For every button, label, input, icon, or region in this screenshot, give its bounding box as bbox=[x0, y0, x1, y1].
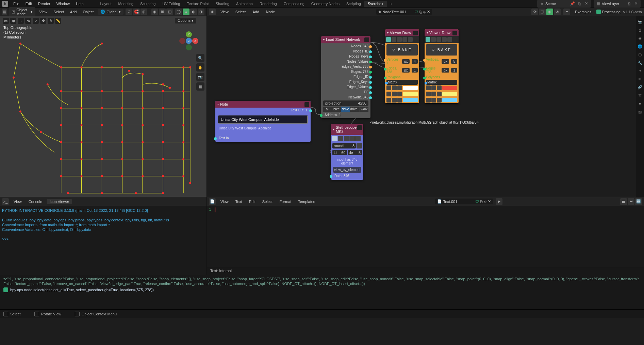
collapse-icon[interactable]: ▾ bbox=[217, 103, 219, 106]
gear-icon[interactable] bbox=[413, 31, 418, 35]
wordwrap-icon[interactable]: ↩ bbox=[628, 198, 634, 205]
ne-menu-select[interactable]: Select bbox=[233, 9, 248, 15]
icon[interactable] bbox=[386, 92, 391, 96]
polygons-socket[interactable]: Polygons bbox=[385, 75, 419, 80]
update-icon[interactable]: ⟳ bbox=[531, 9, 538, 15]
viewport-options-dropdown[interactable]: Options ▾ bbox=[175, 18, 196, 23]
mute-icon[interactable] bbox=[304, 102, 309, 107]
new-text-icon[interactable]: ⎘ bbox=[480, 200, 483, 204]
axis-neg-x-icon[interactable] bbox=[179, 38, 185, 44]
prop-tab-texture-icon[interactable]: ▨ bbox=[637, 108, 643, 115]
icon[interactable] bbox=[392, 98, 397, 103]
shield-icon[interactable]: 🛡 bbox=[414, 10, 418, 14]
shade-icon[interactable] bbox=[442, 37, 447, 42]
perspective-icon[interactable]: ▦ bbox=[196, 82, 204, 91]
load-output-socket[interactable]: Edges_Verts. 738 bbox=[321, 64, 370, 69]
mute-icon[interactable] bbox=[357, 125, 362, 130]
cursor-tool-icon[interactable]: ⊕ bbox=[10, 18, 16, 24]
de-field[interactable]: de5 bbox=[348, 150, 362, 155]
viewlayer-selector[interactable]: ▦ ⎘ ✕ bbox=[594, 0, 641, 7]
random-icon[interactable] bbox=[408, 37, 413, 42]
move-tool-icon[interactable]: ↔ bbox=[18, 18, 24, 24]
prop-tab-world-icon[interactable]: 🌐 bbox=[637, 43, 643, 50]
mode-button[interactable] bbox=[338, 136, 343, 141]
color-swatch[interactable] bbox=[403, 86, 418, 90]
delete-nodetree-icon[interactable]: ✕ bbox=[427, 10, 430, 14]
collapse-icon[interactable]: ▾ bbox=[323, 38, 325, 41]
workspace-tab[interactable]: Texture Paint bbox=[183, 1, 212, 7]
editor-type-icon[interactable]: >_ bbox=[2, 198, 9, 205]
editor-type-icon[interactable]: ◆ bbox=[209, 9, 216, 15]
rendered-shading-icon[interactable]: ◑ bbox=[198, 9, 204, 15]
menu-render[interactable]: Render bbox=[35, 2, 53, 6]
icon[interactable] bbox=[397, 85, 402, 90]
collapse-icon[interactable]: ▾ bbox=[427, 31, 428, 34]
orientation-dropdown[interactable]: 🌐 Global ▾ bbox=[98, 9, 123, 15]
workspace-tab[interactable]: UV Editing bbox=[159, 1, 183, 7]
edges-socket[interactable]: Edges. 738px1 bbox=[425, 66, 459, 75]
face-icon[interactable] bbox=[436, 37, 441, 42]
viewport-menu-add[interactable]: Add bbox=[68, 9, 79, 15]
node-stethoscope[interactable]: ▾Stethoscope MK2 roundi3 Li60 de5 input … bbox=[331, 124, 363, 180]
snap-icon[interactable]: 🧲 bbox=[133, 9, 140, 15]
workspace-tab[interactable]: Layout bbox=[97, 1, 115, 7]
te-menu-format[interactable]: Format bbox=[277, 199, 293, 204]
annotate-tool-icon[interactable]: ✎ bbox=[48, 18, 54, 24]
axis-x-icon[interactable]: X bbox=[192, 38, 198, 44]
icon[interactable] bbox=[437, 85, 442, 90]
prop-tab-particle-icon[interactable]: ✦ bbox=[637, 67, 643, 74]
collapse-icon[interactable]: ▾ bbox=[333, 128, 334, 131]
show-overlays-icon[interactable]: ⊞ bbox=[159, 9, 166, 15]
extras-icon[interactable]: ✦ bbox=[563, 9, 570, 15]
load-output-socket[interactable]: Nodes_ID bbox=[321, 49, 370, 54]
icon[interactable] bbox=[392, 92, 397, 96]
workspace-tab[interactable]: Sculpting bbox=[137, 1, 159, 7]
scale-tool-icon[interactable]: ⤢ bbox=[33, 18, 39, 24]
load-output-socket[interactable]: Edges_ID bbox=[321, 74, 370, 79]
ne-menu-add[interactable]: Add bbox=[250, 9, 261, 15]
measure-tool-icon[interactable]: 📏 bbox=[55, 18, 61, 24]
transform-tool-icon[interactable]: ✥ bbox=[40, 18, 46, 24]
load-output-socket[interactable]: Nodes_Values bbox=[321, 59, 370, 64]
nodetree-selector[interactable]: ◈ 🛡 ⎘ ⎋ ✕ bbox=[376, 9, 432, 15]
load-output-socket[interactable]: Nodes_Keys bbox=[321, 54, 370, 59]
color-swatch[interactable] bbox=[403, 98, 418, 102]
shade-icon[interactable] bbox=[402, 37, 407, 42]
mode-dropdown[interactable]: ◳ Object Mode ▾ bbox=[9, 7, 35, 17]
net-type-button[interactable]: drive bbox=[341, 107, 350, 112]
show-gizmo-icon[interactable]: ◉ bbox=[151, 9, 158, 15]
viewport-menu-object[interactable]: Object bbox=[81, 9, 96, 15]
workspace-tab[interactable]: Modeling bbox=[115, 1, 137, 7]
workspace-tab[interactable]: Compositing bbox=[280, 1, 308, 7]
workspace-tab[interactable]: Rendering bbox=[256, 1, 280, 7]
pan-icon[interactable]: ✋ bbox=[196, 63, 204, 72]
axis-z-icon[interactable]: Z bbox=[186, 38, 192, 44]
icon[interactable] bbox=[426, 85, 431, 90]
axis-neg-y-icon[interactable] bbox=[186, 44, 192, 50]
nav-gizmo[interactable]: X Y Z bbox=[178, 30, 200, 52]
prop-tab-render-icon[interactable]: 📷 bbox=[637, 18, 643, 25]
new-nodetree-icon[interactable]: ⎘ bbox=[419, 10, 422, 14]
prop-tab-modifier-icon[interactable]: 🔧 bbox=[637, 59, 643, 66]
new-viewlayer-icon[interactable]: ⎘ bbox=[626, 1, 632, 7]
mode-button[interactable] bbox=[332, 136, 337, 141]
bake-button[interactable]: ▽ BAKE bbox=[426, 44, 457, 56]
vertices-socket[interactable]: Vertices. 7.px5 bbox=[425, 57, 459, 66]
workspace-tab[interactable]: Scripting bbox=[343, 1, 364, 7]
prop-tab-scene-icon[interactable]: ◈ bbox=[637, 35, 643, 42]
workspace-tab[interactable]: Geometry Nodes bbox=[308, 1, 343, 7]
viewlayer-name-input[interactable] bbox=[602, 2, 626, 6]
mode-button[interactable] bbox=[349, 136, 355, 141]
icon[interactable] bbox=[431, 92, 436, 96]
scene-name-input[interactable] bbox=[545, 2, 569, 6]
workspace-tab-active[interactable]: Sverchok bbox=[364, 1, 387, 7]
load-output-socket[interactable]: Network. 346 bbox=[321, 95, 370, 100]
face-icon[interactable] bbox=[397, 37, 402, 42]
icon[interactable] bbox=[426, 98, 431, 103]
note-output-socket[interactable]: Text Out. 1 bbox=[215, 108, 311, 113]
icon[interactable] bbox=[397, 92, 402, 96]
show-icon[interactable]: 👁 bbox=[554, 9, 561, 15]
te-menu-templates[interactable]: Templates bbox=[296, 199, 317, 204]
polygons-socket[interactable]: Polygons bbox=[425, 75, 459, 80]
filter-icon[interactable] bbox=[357, 143, 362, 148]
